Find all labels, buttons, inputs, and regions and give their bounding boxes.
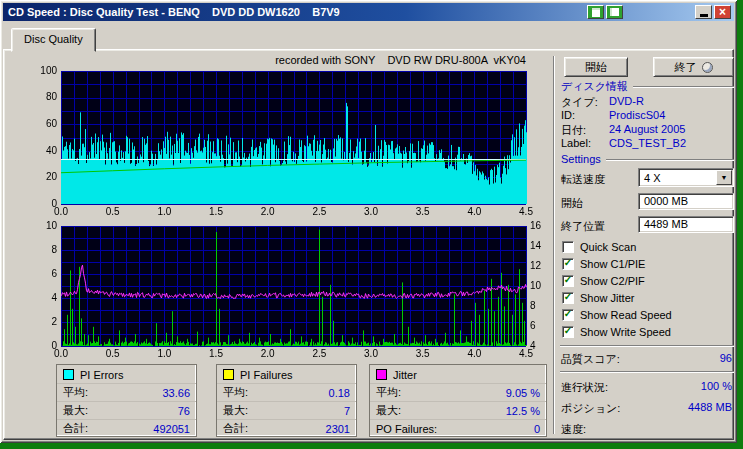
pi-errors-chart [29,62,549,218]
quality-score-label: 品質スコア: [561,352,620,367]
start-position-label: 開始 [561,196,583,211]
stat-row: 平均:33.66 [57,383,196,401]
settings-header-label: Settings [561,153,601,165]
checkbox-box: ✓ [562,292,574,304]
stat-label: 平均: [63,385,88,400]
stat-row: 最大:76 [57,401,196,419]
stat-row: 合計:2301 [217,419,356,437]
disc-info-header: ディスク情報 [561,79,734,94]
stat-label: 最大: [63,403,88,418]
stat-label: PO Failures: [376,423,437,435]
quality-score-value: 96 [634,352,732,364]
checkbox-label: Show Write Speed [580,326,671,338]
stat-value: 0.18 [329,387,350,399]
disc-info-header-label: ディスク情報 [561,79,628,94]
separator [560,345,734,346]
checkbox-box: ✓ [562,275,574,287]
speed-status-label: 速度: [561,422,586,437]
titlebar: CD Speed : Disc Quality Test - BENQ DVD … [3,3,734,21]
pi-errors-stats-header: PI Errors [57,365,196,383]
header-rule [633,86,734,87]
disc-label-value: CDS_TEST_B2 [609,137,686,149]
end-position-input[interactable]: 4489 MB [638,216,734,233]
disc-label-label: Label: [561,137,591,149]
exit-icon [702,62,713,73]
stat-value: 492051 [153,423,190,435]
document-icon [592,8,600,17]
stat-label: 平均: [223,385,248,400]
stat-value: 2301 [326,423,350,435]
close-button[interactable]: × [714,5,731,19]
disc-type-label: タイプ: [561,95,598,110]
stat-value: 33.66 [162,387,190,399]
pi-errors-swatch [63,369,74,380]
start-button-label: 開始 [585,60,607,75]
header-rule [606,159,734,160]
app-window: CD Speed : Disc Quality Test - BENQ DVD … [0,0,737,443]
pi-failures-stats-header: PI Failures [217,365,356,383]
stat-value: 12.5 % [506,405,540,417]
checkbox-label: Show C1/PIE [580,258,645,270]
exit-button-label: 終了 [675,60,697,75]
speed-label: 転送速度 [561,172,605,187]
jitter-stats-panel: Jitter 平均:9.05 % 最大:12.5 % PO Failures:0 [369,364,547,437]
progress-label: 進行状況: [561,380,608,395]
titlebar-buttons: × [587,5,734,19]
checkbox-box: ✓ [562,326,574,338]
pi-failures-stats-panel: PI Failures 平均:0.18 最大:7 合計:2301 [216,364,357,437]
tab-disc-quality[interactable]: Disc Quality [11,28,96,52]
vertical-separator [553,56,555,434]
settings-header: Settings [561,153,734,165]
checkbox-show-c1-pie[interactable]: ✓ Show C1/PIE [562,257,645,270]
checkbox-box [562,241,574,253]
stat-value: 7 [344,405,350,417]
speed-select-value: 4 X [639,172,716,184]
tab-label: Disc Quality [24,33,83,45]
checkbox-show-c2-pif[interactable]: ✓ Show C2/PIF [562,274,645,287]
main-panel: recorded with SONY DVD RW DRU-800A vKY04… [3,49,734,440]
minimize-button[interactable] [695,5,712,19]
checkbox-show-read-speed[interactable]: ✓ Show Read Speed [562,308,672,321]
window-title: CD Speed : Disc Quality Test - BENQ DVD … [3,6,587,18]
check-icon: ✓ [564,326,572,336]
stat-value: 76 [178,405,190,417]
stat-row: 平均:0.18 [217,383,356,401]
checkbox-quick-scan[interactable]: Quick Scan [562,240,636,253]
stat-label: 合計: [223,421,248,436]
disk-icon [610,8,619,16]
disc-date-value: 24 August 2005 [609,123,685,135]
end-position-label: 終了位置 [561,219,605,234]
stat-row: 最大:7 [217,401,356,419]
check-icon: ✓ [564,309,572,319]
position-label: ポジション: [561,401,620,416]
minimize-icon [700,14,708,17]
close-icon: × [719,6,726,18]
stat-row: PO Failures:0 [370,419,546,437]
disc-id-label: ID: [561,109,575,121]
titlebar-tool-button-1[interactable] [587,5,604,19]
checkbox-box: ✓ [562,309,574,321]
stat-row: 平均:9.05 % [370,383,546,401]
stat-label: 最大: [223,403,248,418]
start-button[interactable]: 開始 [564,57,628,77]
checkbox-label: Quick Scan [580,241,636,253]
checkbox-show-jitter[interactable]: ✓ Show Jitter [562,291,634,304]
jitter-stats-title: Jitter [393,369,417,381]
jitter-swatch [376,369,387,380]
stat-label: 最大: [376,403,401,418]
speed-select[interactable]: 4 X ▼ [638,168,734,187]
chevron-down-icon[interactable]: ▼ [716,170,732,185]
separator [560,371,734,372]
stat-row: 最大:12.5 % [370,401,546,419]
progress-value: 100 % [634,380,732,392]
checkbox-show-write-speed[interactable]: ✓ Show Write Speed [562,325,671,338]
exit-button[interactable]: 終了 [653,57,734,77]
check-icon: ✓ [564,292,572,302]
stat-label: 平均: [376,385,401,400]
pi-errors-stats-panel: PI Errors 平均:33.66 最大:76 合計:492051 [56,364,197,437]
checkbox-label: Show C2/PIF [580,275,645,287]
jitter-stats-header: Jitter [370,365,546,383]
start-position-input[interactable]: 0000 MB [638,193,734,210]
check-icon: ✓ [564,258,572,268]
titlebar-tool-button-2[interactable] [606,5,623,19]
